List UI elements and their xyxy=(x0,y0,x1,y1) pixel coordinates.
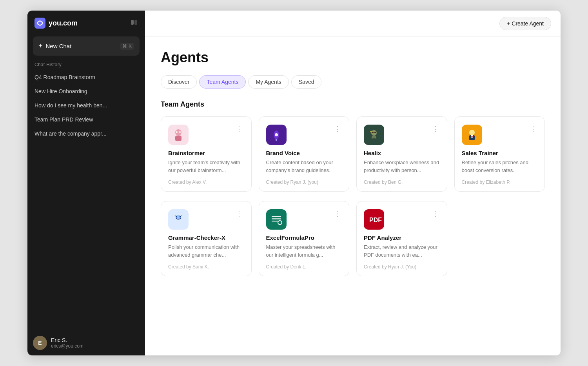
agent-desc-brainstormer: Ignite your team's creativity with our p… xyxy=(168,159,244,174)
agent-card-brainstormer[interactable]: ⋮ Brainstormer Ignite your team's creati… xyxy=(161,116,252,192)
agent-card-healix[interactable]: ⋮ Healix Enhance workplace wellness and … xyxy=(356,116,447,192)
agent-card-pdf[interactable]: PDF ⋮ PDF Analyzer Extract, review and a… xyxy=(356,201,447,276)
svg-rect-3 xyxy=(134,20,137,25)
agent-desc-salestrainer: Refine your sales pitches and boost conv… xyxy=(462,159,538,174)
main-content: + Create Agent Agents Discover Team Agen… xyxy=(145,11,561,355)
agent-menu-salestrainer[interactable]: ⋮ xyxy=(529,125,537,133)
tabs-bar: Discover Team Agents My Agents Saved xyxy=(161,75,545,89)
user-name: Eric S. xyxy=(51,337,83,343)
agent-name-brandvoice: Brand Voice xyxy=(266,150,342,156)
svg-point-6 xyxy=(176,131,178,133)
agent-icon-excel xyxy=(266,209,287,230)
sidebar-footer: E Eric S. erics@you.com xyxy=(27,330,145,355)
logo-icon xyxy=(34,18,45,29)
sidebar: you.com + New Chat ⌘ K Chat History Q4 R… xyxy=(27,11,145,355)
agent-icon-healix xyxy=(364,125,384,145)
page-title: Agents xyxy=(161,49,545,66)
agent-creator-brandvoice: Created by Ryan J. (you) xyxy=(266,179,342,185)
chat-history-list: Q4 Roadmap Brainstorm New Hire Onboardin… xyxy=(27,71,145,140)
tab-saved[interactable]: Saved xyxy=(291,75,322,89)
section-title: Team Agents xyxy=(161,100,545,109)
agent-creator-pdf: Created by Ryan J. (You) xyxy=(364,264,440,270)
svg-point-10 xyxy=(275,133,278,136)
new-chat-button[interactable]: + New Chat ⌘ K xyxy=(33,36,140,56)
history-item[interactable]: What are the company appr... xyxy=(31,127,142,140)
agent-icon-pdf: PDF xyxy=(364,209,384,230)
svg-rect-32 xyxy=(272,218,281,219)
history-item[interactable]: Team Plan PRD Review xyxy=(31,113,142,126)
svg-point-17 xyxy=(371,138,377,141)
new-chat-label: New Chat xyxy=(46,43,72,49)
svg-point-34 xyxy=(278,221,282,225)
agent-menu-excel[interactable]: ⋮ xyxy=(333,209,342,218)
agent-name-brainstormer: Brainstormer xyxy=(168,150,244,156)
svg-rect-31 xyxy=(272,216,281,217)
main-scroll-area: Agents Discover Team Agents My Agents Sa… xyxy=(145,37,561,355)
agent-desc-healix: Enhance workplace wellness and productiv… xyxy=(364,159,440,174)
user-info: Eric S. erics@you.com xyxy=(51,337,83,349)
tab-discover[interactable]: Discover xyxy=(161,75,197,89)
agent-creator-excel: Created by Derik L. xyxy=(266,264,342,270)
agent-icon-grammar xyxy=(168,209,189,230)
svg-point-15 xyxy=(372,132,374,133)
agent-creator-salestrainer: Created by Elizabeth P. xyxy=(462,179,538,185)
agent-creator-grammar: Created by Sami K. xyxy=(168,264,244,270)
agent-name-grammar: Grammar-Checker-X xyxy=(168,234,244,241)
sidebar-toggle-icon[interactable] xyxy=(130,18,138,28)
agent-icon-salestrainer xyxy=(462,125,482,145)
keyboard-shortcut: ⌘ K xyxy=(120,43,134,50)
agent-desc-grammar: Polish your communication with advanced … xyxy=(168,243,244,259)
topbar: + Create Agent xyxy=(145,11,561,37)
history-item[interactable]: Q4 Roadmap Brainstorm xyxy=(31,71,142,84)
avatar: E xyxy=(33,336,47,350)
agent-desc-brandvoice: Create content based on your company's b… xyxy=(266,159,342,174)
svg-rect-5 xyxy=(175,136,181,141)
agent-name-excel: ExcelFormulaPro xyxy=(266,234,342,241)
agent-menu-brandvoice[interactable]: ⋮ xyxy=(333,125,342,133)
svg-rect-33 xyxy=(272,221,278,222)
svg-rect-11 xyxy=(276,139,277,141)
svg-point-20 xyxy=(469,130,475,135)
chat-history-label: Chat History xyxy=(27,62,145,71)
agent-card-excel[interactable]: ⋮ ExcelFormulaPro Master your spreadshee… xyxy=(259,201,350,276)
agent-desc-excel: Master your spreadsheets with our intell… xyxy=(266,243,342,259)
agent-name-healix: Healix xyxy=(364,150,440,156)
svg-point-7 xyxy=(179,131,181,133)
logo-text: you.com xyxy=(49,19,78,27)
agent-name-pdf: PDF Analyzer xyxy=(364,234,440,241)
agent-creator-healix: Created by Ben G. xyxy=(364,179,440,185)
history-item[interactable]: New Hire Onboarding xyxy=(31,85,142,98)
agents-grid-row1: ⋮ Brainstormer Ignite your team's creati… xyxy=(161,116,545,192)
agent-card-brandvoice[interactable]: ⋮ Brand Voice Create content based on yo… xyxy=(259,116,350,192)
agent-icon-brandvoice xyxy=(266,125,287,145)
svg-point-26 xyxy=(176,216,177,217)
user-email: erics@you.com xyxy=(51,343,83,349)
agent-name-salestrainer: Sales Trainer xyxy=(462,150,538,156)
logo: you.com xyxy=(34,18,78,29)
agent-menu-grammar[interactable]: ⋮ xyxy=(236,209,244,218)
create-agent-label: + Create Agent xyxy=(507,20,544,27)
plus-icon: + xyxy=(38,42,43,50)
agent-card-salestrainer[interactable]: ⋮ Sales Trainer Refine your sales pitche… xyxy=(454,116,545,192)
agent-menu-healix[interactable]: ⋮ xyxy=(431,125,440,133)
agent-desc-pdf: Extract, review and analyze your PDF doc… xyxy=(364,243,440,259)
tab-my-agents[interactable]: My Agents xyxy=(248,75,289,89)
agent-card-grammar[interactable]: ⋮ Grammar-Checker-X Polish your communic… xyxy=(161,201,252,276)
agent-menu-brainstormer[interactable]: ⋮ xyxy=(236,125,244,133)
history-item[interactable]: How do I see my health ben... xyxy=(31,99,142,112)
create-agent-button[interactable]: + Create Agent xyxy=(499,17,551,30)
svg-point-16 xyxy=(374,132,376,133)
tab-team-agents[interactable]: Team Agents xyxy=(199,75,246,89)
agents-grid-row2: ⋮ Grammar-Checker-X Polish your communic… xyxy=(161,201,545,276)
sidebar-header: you.com xyxy=(27,11,145,33)
agent-icon-brainstormer xyxy=(168,125,189,145)
svg-point-27 xyxy=(180,216,181,217)
agent-menu-pdf[interactable]: ⋮ xyxy=(431,209,440,218)
agent-creator-brainstormer: Created by Alex V. xyxy=(168,179,244,185)
svg-text:PDF: PDF xyxy=(369,217,382,223)
svg-rect-2 xyxy=(131,20,134,25)
